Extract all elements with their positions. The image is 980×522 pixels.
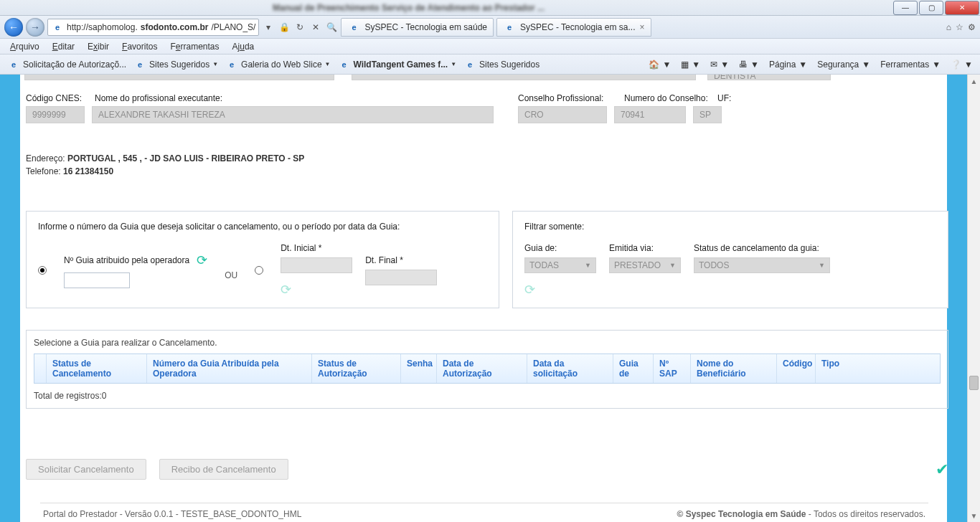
tool-pagina[interactable]: Página▼ xyxy=(769,60,807,70)
url-suffix: /PLANO_S/ xyxy=(211,22,255,32)
chevron-down-icon: ▼ xyxy=(325,61,331,67)
ie-icon: e xyxy=(7,58,20,71)
close-tab-icon[interactable]: × xyxy=(640,22,645,32)
select-status[interactable]: TODOS▼ xyxy=(694,257,830,273)
fav-wildtangent[interactable]: eWildTangent Games f...▼ xyxy=(337,58,456,71)
tool-label: Segurança xyxy=(817,60,859,70)
back-button[interactable]: ← xyxy=(4,18,23,37)
fav-label: Sites Sugeridos xyxy=(479,60,540,70)
ie-icon: e xyxy=(347,21,360,34)
select-value: TODOS xyxy=(699,260,729,270)
ie-icon: e xyxy=(133,58,146,71)
search-icon[interactable]: 🔍 xyxy=(325,21,338,34)
menu-bar: Arquivo Editar Exibir Favoritos Ferramen… xyxy=(0,39,980,54)
radio-periodo[interactable] xyxy=(255,266,263,275)
refresh-icon[interactable]: ⟳ xyxy=(524,282,596,298)
chevron-down-icon: ▼ xyxy=(669,262,676,269)
fav-sites-sugeridos[interactable]: eSites Sugeridos▼ xyxy=(133,58,218,71)
radio-guia[interactable] xyxy=(38,266,47,275)
select-emitida[interactable]: PRESTADO▼ xyxy=(609,257,681,273)
star-icon[interactable]: ☆ xyxy=(956,22,963,32)
refresh-icon[interactable]: ⟳ xyxy=(197,252,207,268)
tab-2[interactable]: e SySPEC - Tecnologia em sa... × xyxy=(496,18,651,37)
fav-solicitacao[interactable]: eSolicitação de Autorizaçõ... xyxy=(7,58,126,71)
fav-label: Sites Sugeridos xyxy=(149,60,209,70)
maximize-button[interactable]: ▢ xyxy=(919,1,943,15)
scroll-down-icon[interactable]: ▼ xyxy=(968,509,980,522)
fav-label: Solicitação de Autorizaçõ... xyxy=(23,60,126,70)
th-num-guia[interactable]: Número da Guia Atribuída pela Operadora xyxy=(147,354,312,383)
decorative-stripe xyxy=(0,75,20,522)
th-sap[interactable]: Nº SAP xyxy=(654,354,691,383)
value-endereco: PORTUGAL , 545 , - JD SAO LUIS - RIBEIRA… xyxy=(67,153,304,163)
chevron-down-icon: ▼ xyxy=(451,61,456,67)
ie-icon: e xyxy=(463,58,476,71)
scroll-thumb[interactable] xyxy=(969,376,979,390)
label-numero: Numero do Conselho: xyxy=(624,93,717,103)
th-senha[interactable]: Senha xyxy=(401,354,437,383)
th-guia-de[interactable]: Guia de xyxy=(613,354,654,383)
tool-feed[interactable]: ▦▼ xyxy=(681,60,700,70)
th-status-autoriz[interactable]: Status de Autorização xyxy=(312,354,401,383)
field-cnes: 9999999 xyxy=(26,106,85,123)
fav-galeria[interactable]: eGaleria do Web Slice▼ xyxy=(225,58,330,71)
tool-home[interactable]: 🏠▼ xyxy=(649,60,671,70)
th-tipo[interactable]: Tipo xyxy=(816,354,843,383)
menu-ferramentas[interactable]: Ferramentas xyxy=(170,42,219,52)
fav-sites-sugeridos-2[interactable]: eSites Sugeridos xyxy=(463,58,540,71)
th-data-autoriz[interactable]: Data de Autorização xyxy=(437,354,527,383)
ie-icon: e xyxy=(337,58,350,71)
input-dt-inicial[interactable] xyxy=(281,257,352,273)
th-codigo[interactable]: Código xyxy=(777,354,816,383)
close-button[interactable]: ✕ xyxy=(945,1,979,15)
menu-ajuda[interactable]: Ajuda xyxy=(232,42,255,52)
label-telefone: Telefone: xyxy=(26,166,63,176)
menu-favoritos[interactable]: Favoritos xyxy=(122,42,157,52)
home-icon[interactable]: ⌂ xyxy=(946,22,951,32)
th-selector[interactable] xyxy=(34,354,47,383)
tool-mail[interactable]: ✉▼ xyxy=(710,60,729,70)
tab-1[interactable]: e SySPEC - Tecnologia em saúde xyxy=(341,18,494,37)
label-dt-inicial: Dt. Inicial * xyxy=(281,243,352,253)
tool-ferramentas[interactable]: Ferramentas▼ xyxy=(880,60,941,70)
scroll-up-icon[interactable]: ▲ xyxy=(968,75,980,87)
tool-label: Página xyxy=(769,60,796,70)
recibo-cancelamento-button[interactable]: Recibo de Cancelamento xyxy=(159,459,288,480)
tool-seguranca[interactable]: Segurança▼ xyxy=(817,60,870,70)
footer-left: Portal do Prestador - Versão 0.0.1 - TES… xyxy=(43,509,301,519)
gear-icon[interactable]: ⚙ xyxy=(968,22,976,32)
label-uf: UF: xyxy=(717,93,746,103)
stop-icon[interactable]: ✕ xyxy=(309,21,322,34)
menu-exibir[interactable]: Exibir xyxy=(88,42,109,52)
th-nome-benef[interactable]: Nome do Beneficiário xyxy=(691,354,777,383)
input-guia[interactable] xyxy=(64,272,130,288)
th-status-cancel[interactable]: Status de Cancelamento xyxy=(47,354,147,383)
ie-icon: e xyxy=(503,21,516,34)
label-conselho: Conselho Profissional: xyxy=(518,93,624,103)
refresh-icon[interactable]: ⟳ xyxy=(281,282,352,298)
dropdown-icon[interactable]: ▾ xyxy=(262,21,275,34)
check-icon: ✔ xyxy=(936,460,948,479)
footer-rights: - Todos os direitos reservados. xyxy=(806,509,925,519)
cutoff-field xyxy=(24,75,334,80)
address-bar[interactable]: e http://saphomolog.sfodonto.com.br/PLAN… xyxy=(47,19,259,36)
label-status-cancel: Status de cancelamento da guia: xyxy=(694,243,830,253)
select-guia-de[interactable]: TODAS▼ xyxy=(524,257,596,273)
chevron-down-icon: ▼ xyxy=(212,61,218,67)
menu-arquivo[interactable]: Arquivo xyxy=(10,42,39,52)
menu-editar[interactable]: Editar xyxy=(52,42,75,52)
th-data-solic[interactable]: Data da solicitação xyxy=(527,354,613,383)
tool-help[interactable]: ❔▼ xyxy=(951,60,973,70)
tool-label: Ferramentas xyxy=(880,60,929,70)
field-uf: SP xyxy=(693,106,722,123)
tool-print[interactable]: 🖶▼ xyxy=(739,60,759,70)
forward-button[interactable]: → xyxy=(26,18,44,37)
minimize-button[interactable]: — xyxy=(893,1,918,15)
solicitar-cancelamento-button[interactable]: Solicitar Cancelamento xyxy=(26,459,146,480)
input-dt-final[interactable] xyxy=(365,270,437,285)
vertical-scrollbar[interactable]: ▲ ▼ xyxy=(967,75,980,522)
fav-label: Galeria do Web Slice xyxy=(241,60,322,70)
fav-label: WildTangent Games f... xyxy=(353,60,448,70)
refresh-icon[interactable]: ↻ xyxy=(293,21,306,34)
footer-right: © Syspec Tecnologia em Saúde - Todos os … xyxy=(677,509,925,519)
